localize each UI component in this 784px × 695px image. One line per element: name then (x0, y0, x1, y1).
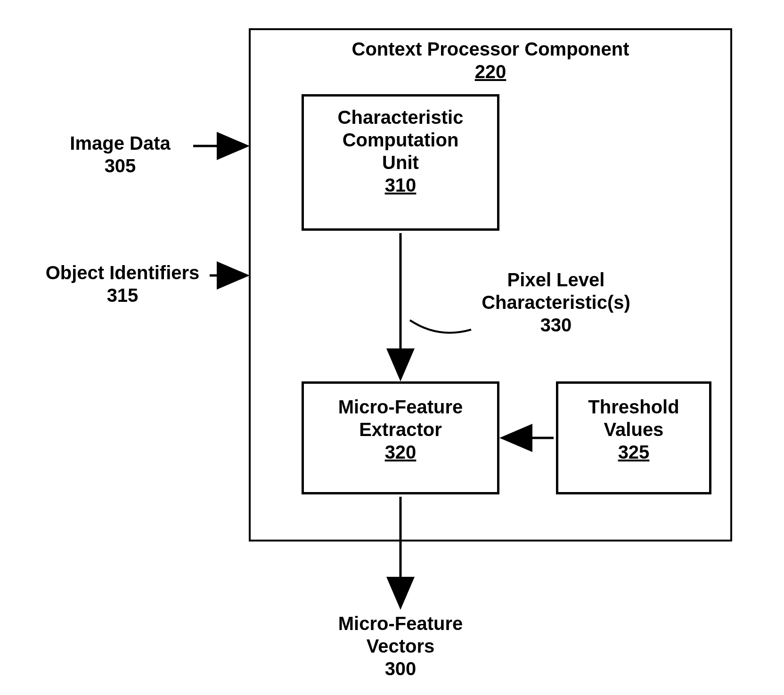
output-line2: Vectors (367, 636, 435, 656)
mfe-label: Micro-Feature Extractor 320 (302, 396, 499, 463)
object-ids-line1: Object Identifiers (46, 262, 200, 283)
ccu-label: Characteristic Computation Unit 310 (302, 106, 499, 196)
object-ids-label: Object Identifiers 315 (38, 261, 207, 307)
pixel-chars-label: Pixel Level Characteristic(s) 330 (466, 268, 645, 336)
ccu-line2: Computation (343, 129, 459, 150)
ccu-line1: Characteristic (338, 107, 464, 128)
output-label: Micro-Feature Vectors 300 (302, 612, 499, 680)
diagram-canvas: Context Processor Component 220 Characte… (0, 0, 784, 695)
threshold-ref: 325 (618, 442, 650, 462)
output-line1: Micro-Feature (338, 613, 463, 634)
mfe-line1: Micro-Feature (338, 396, 463, 417)
image-data-label: Image Data 305 (52, 132, 188, 177)
output-ref: 300 (385, 658, 416, 679)
context-processor-title-text: Context Processor Component (352, 39, 629, 59)
ccu-ref: 310 (385, 175, 416, 195)
threshold-line2: Values (604, 419, 664, 440)
pixel-chars-line1: Pixel Level (507, 269, 605, 290)
mfe-line2: Extractor (359, 419, 442, 440)
context-processor-ref: 220 (475, 61, 506, 82)
threshold-label: Threshold Values 325 (556, 396, 711, 463)
image-data-ref: 305 (105, 155, 136, 176)
pixel-chars-ref: 330 (540, 315, 572, 335)
image-data-line1: Image Data (70, 133, 170, 154)
ccu-line3: Unit (382, 152, 419, 173)
pixel-chars-line2: Characteristic(s) (482, 292, 630, 313)
object-ids-ref: 315 (107, 285, 139, 306)
threshold-line1: Threshold (588, 396, 679, 417)
context-processor-title: Context Processor Component 220 (249, 38, 732, 83)
mfe-ref: 320 (385, 442, 416, 462)
